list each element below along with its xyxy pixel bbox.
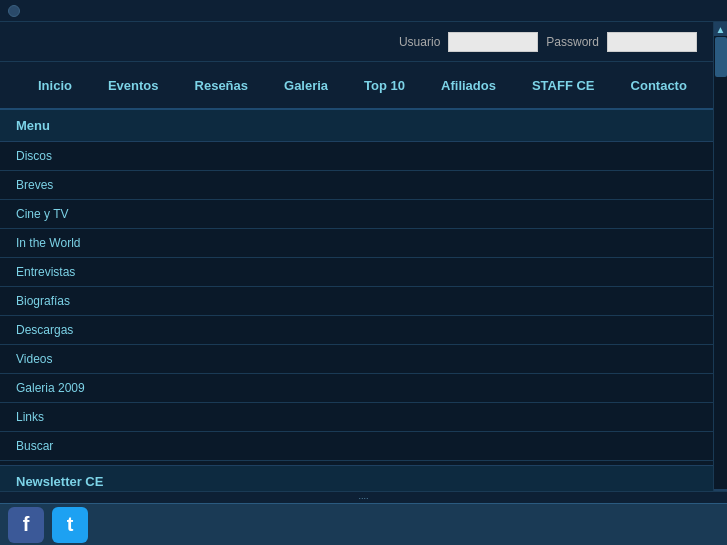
h-scroll-dots: ···· — [358, 493, 368, 503]
menu-item-descargas[interactable]: Descargas — [0, 316, 727, 345]
usuario-label: Usuario — [399, 35, 440, 49]
menu-item-links[interactable]: Links — [0, 403, 727, 432]
menu-item-galeria-2009[interactable]: Galeria 2009 — [0, 374, 727, 403]
scroll-up-arrow[interactable]: ▲ — [714, 22, 728, 36]
menu-list: Discos Breves Cine y TV In the World Ent… — [0, 142, 727, 461]
menu-item-buscar[interactable]: Buscar — [0, 432, 727, 461]
usuario-input[interactable] — [448, 32, 538, 52]
menu-item-cine-y-tv[interactable]: Cine y TV — [0, 200, 727, 229]
nav-item-galeria[interactable]: Galeria — [266, 62, 346, 108]
top-bar — [0, 0, 727, 22]
menu-item-videos[interactable]: Videos — [0, 345, 727, 374]
nav-item-resenas[interactable]: Reseñas — [177, 62, 266, 108]
menu-item-entrevistas[interactable]: Entrevistas — [0, 258, 727, 287]
password-label: Password — [546, 35, 599, 49]
nav-item-top10[interactable]: Top 10 — [346, 62, 423, 108]
scroll-track[interactable] — [714, 36, 728, 489]
scroll-thumb[interactable] — [715, 37, 727, 77]
h-scroll-arrows: ···· — [358, 493, 368, 503]
nav-item-afiliados[interactable]: Afiliados — [423, 62, 514, 108]
login-bar: Usuario Password — [0, 22, 727, 62]
menu-header: Menu — [0, 110, 727, 142]
menu-item-biografias[interactable]: Biografías — [0, 287, 727, 316]
menu-item-discos[interactable]: Discos — [0, 142, 727, 171]
horizontal-scroll-bar: ···· — [0, 491, 727, 503]
nav-item-eventos[interactable]: Eventos — [90, 62, 177, 108]
vertical-scrollbar: ▲ ▼ — [713, 22, 727, 503]
window-circle — [8, 5, 20, 17]
facebook-icon[interactable]: f — [8, 507, 44, 543]
twitter-icon[interactable]: t — [52, 507, 88, 543]
menu-item-in-the-world[interactable]: In the World — [0, 229, 727, 258]
nav-item-inicio[interactable]: Inicio — [20, 62, 90, 108]
nav-item-contacto[interactable]: Contacto — [613, 62, 705, 108]
nav-item-staffce[interactable]: STAFF CE — [514, 62, 613, 108]
content-panel: Menu Discos Breves Cine y TV In the Worl… — [0, 110, 727, 498]
password-input[interactable] — [607, 32, 697, 52]
bottom-bar: f t — [0, 503, 727, 545]
menu-item-breves[interactable]: Breves — [0, 171, 727, 200]
nav-bar: Inicio Eventos Reseñas Galeria Top 10 Af… — [0, 62, 727, 110]
